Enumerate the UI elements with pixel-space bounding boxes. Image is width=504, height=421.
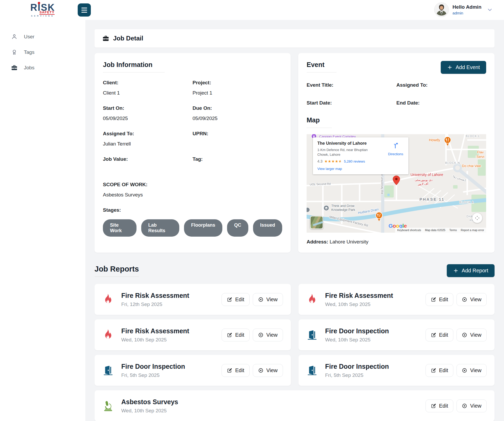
view-button[interactable]: View — [253, 329, 283, 341]
uprn-label: UPRN: — [193, 131, 282, 137]
view-button[interactable]: View — [456, 364, 487, 377]
door-icon — [306, 365, 319, 376]
fire-icon — [306, 293, 319, 305]
map-reviews-link[interactable]: 5,280 reviews — [344, 159, 365, 163]
eye-icon — [462, 403, 467, 409]
svg-text:BLOCK N: BLOCK N — [445, 161, 460, 164]
star-rating-icon: ★★★★★ — [324, 159, 342, 163]
page-header-card: Job Detail — [94, 29, 495, 48]
report-date: Fri, 5th Sep 2025 — [121, 372, 185, 378]
satellite-thumbnail[interactable] — [310, 216, 323, 229]
pan-arrows-icon — [474, 215, 480, 221]
report-card: Fire Risk Assessment Wed, 10th Sep 2025 … — [298, 284, 495, 315]
door-icon — [102, 365, 115, 376]
edit-icon — [431, 403, 436, 409]
tag-value — [193, 167, 282, 172]
report-map-error-link[interactable]: Report a map error — [461, 228, 484, 232]
report-title: Fire Door Inspection — [325, 327, 389, 335]
report-card: Fire Door Inspection Fri, 5th Sep 2025 E… — [94, 355, 291, 386]
report-card: Fire Risk Assessment Wed, 10th Sep 2025 … — [94, 319, 291, 350]
edit-icon — [227, 297, 232, 302]
report-card: Asbestos Surveys Wed, 10th Sep 2025 Edit… — [94, 390, 495, 421]
edit-icon — [227, 332, 232, 338]
terms-link[interactable]: Terms — [449, 228, 457, 232]
sidebar-item-tags[interactable]: Tags — [0, 44, 85, 60]
report-title: Fire Risk Assessment — [121, 327, 189, 335]
edit-button[interactable]: Edit — [222, 329, 249, 341]
due-on-label: Due On: — [193, 105, 282, 111]
map-label-university: University of Lahore — [411, 173, 443, 177]
tag-label: Tag: — [193, 156, 282, 162]
scope-value: Asbestos Surveys — [103, 192, 282, 198]
client-label: Client: — [103, 80, 193, 86]
job-information-card: Job Information Client:Client 1 Project:… — [94, 53, 291, 253]
stage-pill: Lab Results — [141, 219, 179, 237]
start-on-label: Start On: — [103, 105, 193, 111]
eye-icon — [258, 332, 264, 338]
report-title: Fire Door Inspection — [121, 363, 185, 370]
edit-button[interactable]: Edit — [222, 293, 249, 306]
address-label: Address: — [307, 239, 328, 245]
logo-risk-text: RISK — [30, 3, 55, 12]
eye-icon — [462, 297, 467, 302]
edit-button[interactable]: Edit — [426, 293, 453, 306]
view-button[interactable]: View — [456, 399, 487, 412]
jobs-icon — [11, 64, 18, 71]
eye-icon — [258, 297, 264, 302]
plus-icon — [453, 268, 459, 273]
view-larger-map-link[interactable]: View larger map — [317, 167, 342, 171]
report-card: Fire Risk Assessment Fri, 12th Sep 2025 … — [94, 284, 291, 315]
edit-button[interactable]: Edit — [426, 399, 453, 412]
svg-text:آف لاہور: آف لاہور — [418, 182, 428, 186]
project-value: Project 1 — [193, 90, 282, 96]
job-reports-title: Job Reports — [94, 265, 139, 277]
edit-button[interactable]: Edit — [222, 364, 249, 377]
logo-services-text: SERVICES — [30, 15, 55, 17]
edit-icon — [431, 368, 436, 373]
keyboard-shortcuts-link[interactable]: Keyboard shortcuts — [397, 228, 421, 232]
address-value: Lahore University — [330, 239, 369, 245]
start-on-value: 05/09/2025 — [103, 116, 193, 121]
project-label: Project: — [193, 80, 282, 86]
view-button[interactable]: View — [253, 364, 283, 377]
edit-button[interactable]: Edit — [426, 329, 453, 341]
view-button[interactable]: View — [456, 329, 487, 341]
sidebar: User Tags Jobs — [0, 20, 85, 421]
view-button[interactable]: View — [456, 293, 487, 306]
user-icon — [11, 33, 18, 40]
svg-text:Think and Grow: Think and Grow — [331, 204, 355, 208]
expand-control[interactable] — [472, 213, 482, 223]
event-title: Event — [307, 61, 337, 72]
fire-icon — [102, 329, 115, 341]
sidebar-item-user[interactable]: User — [0, 29, 85, 44]
stage-pill: Site Work — [103, 219, 136, 237]
map-label-howdy: Howdy — [429, 138, 440, 142]
directions-link[interactable]: Directions — [388, 152, 403, 156]
svg-text:BLOCK A: BLOCK A — [459, 201, 474, 204]
report-title: Asbestos Surveys — [121, 398, 178, 406]
main-content: Job Detail Job Information Client:Client… — [85, 20, 504, 421]
map-canvas[interactable]: Caspian Event Complex Howdy BLOCK L BLOC… — [307, 134, 486, 233]
page-title: Job Detail — [113, 35, 143, 42]
report-title: Fire Risk Assessment — [325, 292, 393, 299]
directions-icon — [392, 142, 399, 149]
svg-text:The University Rd: The University Rd — [381, 171, 384, 194]
job-information-title: Job Information — [103, 61, 165, 72]
risk-logo: RISK SAFETY SERVICES — [30, 3, 55, 17]
report-date: Wed, 10th Sep 2025 — [325, 302, 393, 307]
eye-icon — [462, 332, 467, 338]
add-report-button[interactable]: Add Report — [447, 264, 495, 277]
view-button[interactable]: View — [253, 293, 283, 306]
svg-text:Flav: Flav — [477, 150, 484, 154]
hamburger-button[interactable] — [78, 3, 91, 17]
sidebar-item-jobs[interactable]: Jobs — [0, 60, 85, 75]
job-value-label: Job Value: — [103, 156, 193, 162]
end-date-label: End Date: — [396, 100, 486, 106]
plus-icon — [447, 65, 453, 70]
add-event-button[interactable]: Add Event — [441, 61, 486, 74]
event-title-label: Event Title: — [307, 82, 396, 88]
edit-button[interactable]: Edit — [426, 364, 453, 377]
user-menu[interactable]: Hello Admin admin — [434, 2, 493, 17]
assigned-to-value: Julian Terrell — [103, 141, 193, 147]
event-card: Event Add Event Event Title: Assigned To… — [298, 53, 495, 253]
